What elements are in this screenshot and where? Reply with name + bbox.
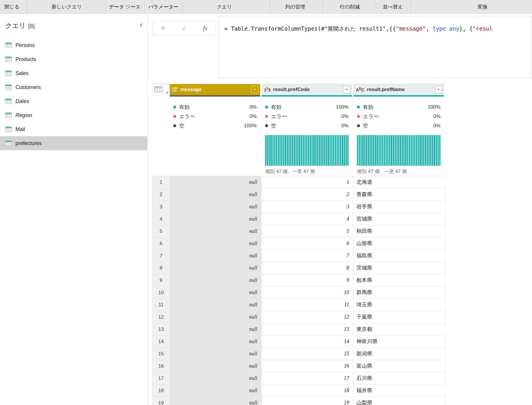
sidebar-item-dates[interactable]: Dates — [0, 94, 147, 108]
filter-button[interactable]: ▼ — [251, 86, 258, 93]
cell-prefcode[interactable]: 8 — [262, 262, 354, 274]
cell-message[interactable]: null — [170, 311, 262, 323]
row-number[interactable]: 2 — [152, 188, 170, 201]
cell-prefname[interactable]: 秋田県 — [354, 225, 445, 238]
cell-prefcode[interactable]: 9 — [262, 274, 354, 287]
ribbon-tab-query[interactable]: クエリ — [217, 0, 232, 14]
cell-message[interactable]: null — [170, 250, 262, 262]
row-number[interactable]: 8 — [152, 262, 170, 274]
cell-message[interactable]: null — [170, 397, 262, 405]
cell-prefcode[interactable]: 15 — [262, 348, 354, 360]
row-number[interactable]: 11 — [152, 299, 170, 311]
cell-message[interactable]: null — [170, 323, 262, 336]
cell-message[interactable]: null — [170, 336, 262, 348]
cell-message[interactable]: null — [170, 274, 262, 287]
ribbon-tab-reduce-rows[interactable]: 行の削減 — [340, 0, 360, 14]
cell-prefcode[interactable]: 2 — [262, 188, 354, 201]
sidebar-item-mail[interactable]: Mail — [0, 122, 147, 136]
collapse-pane-icon[interactable]: ‹ — [140, 20, 143, 29]
commit-icon[interactable]: ✓ — [174, 25, 195, 32]
cell-prefcode[interactable]: 4 — [262, 213, 354, 225]
cell-message[interactable]: null — [170, 385, 262, 397]
cell-prefname[interactable]: 岩手県 — [354, 201, 445, 213]
cell-prefname[interactable]: 神奈川県 — [354, 336, 445, 348]
column-type-text-icon[interactable]: ABC — [356, 87, 364, 92]
cell-prefname[interactable]: 山形県 — [354, 238, 445, 250]
row-number[interactable]: 4 — [152, 213, 170, 225]
sidebar-item-region[interactable]: Region — [0, 108, 147, 122]
ribbon-tab-manage-columns[interactable]: 列の管理 — [285, 0, 305, 14]
cell-message[interactable]: null — [170, 287, 262, 299]
cell-prefcode[interactable]: 13 — [262, 323, 354, 336]
cell-message[interactable]: null — [170, 201, 262, 213]
cell-prefname[interactable]: 石川県 — [354, 372, 445, 385]
filter-button[interactable]: ▼ — [343, 86, 350, 93]
cell-message[interactable]: null — [170, 213, 262, 225]
cell-prefname[interactable]: 富山県 — [354, 360, 445, 372]
ribbon-tab-data-source[interactable]: データ ソース — [109, 0, 141, 14]
select-all-button[interactable]: ▾ — [152, 84, 169, 95]
cell-prefcode[interactable]: 7 — [262, 250, 354, 262]
ribbon-tab-parameters[interactable]: パラメーター — [148, 0, 178, 14]
row-number[interactable]: 5 — [152, 225, 170, 238]
sidebar-item-persons[interactable]: Persons — [0, 38, 147, 52]
ribbon-tab-transform[interactable]: 変換 — [477, 0, 487, 14]
row-number[interactable]: 7 — [152, 250, 170, 262]
cell-prefname[interactable]: 山梨県 — [354, 397, 445, 405]
row-number[interactable]: 15 — [152, 348, 170, 360]
column-type-any-icon[interactable]: ABC 123 — [172, 87, 178, 92]
row-number[interactable]: 19 — [152, 397, 170, 405]
column-header-prefname[interactable]: ABC result.prefName ▼ — [354, 84, 444, 95]
cell-prefname[interactable]: 埼玉県 — [354, 299, 445, 311]
cell-prefcode[interactable]: 10 — [262, 287, 354, 299]
sidebar-item-customers[interactable]: Customers — [0, 80, 147, 94]
cell-message[interactable]: null — [170, 348, 262, 360]
cell-prefcode[interactable]: 3 — [262, 201, 354, 213]
row-number[interactable]: 18 — [152, 385, 170, 397]
cell-prefname[interactable]: 千葉県 — [354, 311, 445, 323]
row-number[interactable]: 3 — [152, 201, 170, 213]
row-number[interactable]: 9 — [152, 274, 170, 287]
sidebar-item-prefectures[interactable]: prefectures — [0, 136, 147, 150]
formula-input[interactable]: = Table.TransformColumnTypes(#"展開された res… — [219, 16, 532, 78]
row-number[interactable]: 14 — [152, 336, 170, 348]
cell-prefname[interactable]: 群馬県 — [354, 287, 445, 299]
cell-message[interactable]: null — [170, 262, 262, 274]
cell-message[interactable]: null — [170, 299, 262, 311]
cell-message[interactable]: null — [170, 176, 262, 188]
cell-prefcode[interactable]: 17 — [262, 372, 354, 385]
cell-message[interactable]: null — [170, 188, 262, 201]
cell-prefcode[interactable]: 6 — [262, 238, 354, 250]
cell-prefcode[interactable]: 16 — [262, 360, 354, 372]
cell-prefcode[interactable]: 1 — [262, 176, 354, 188]
ribbon-tab-sort[interactable]: 並べ替え — [383, 0, 403, 14]
row-number[interactable]: 16 — [152, 360, 170, 372]
cell-prefcode[interactable]: 14 — [262, 336, 354, 348]
cell-prefname[interactable]: 東京都 — [354, 323, 445, 336]
cell-prefcode[interactable]: 18 — [262, 385, 354, 397]
cell-prefname[interactable]: 北海道 — [354, 176, 445, 188]
row-number[interactable]: 6 — [152, 238, 170, 250]
row-number[interactable]: 10 — [152, 287, 170, 299]
cell-message[interactable]: null — [170, 225, 262, 238]
cell-message[interactable]: null — [170, 372, 262, 385]
cell-prefcode[interactable]: 12 — [262, 311, 354, 323]
row-number[interactable]: 1 — [152, 176, 170, 188]
filter-button[interactable]: ▼ — [435, 86, 442, 93]
row-number[interactable]: 17 — [152, 372, 170, 385]
cell-prefcode[interactable]: 19 — [262, 397, 354, 405]
cell-prefname[interactable]: 福井県 — [354, 385, 445, 397]
cell-prefcode[interactable]: 5 — [262, 225, 354, 238]
cell-prefname[interactable]: 福島県 — [354, 250, 445, 262]
cell-prefcode[interactable]: 11 — [262, 299, 354, 311]
row-number[interactable]: 13 — [152, 323, 170, 336]
cell-prefname[interactable]: 新潟県 — [354, 348, 445, 360]
ribbon-tab-new-query[interactable]: 新しいクエリ — [52, 0, 82, 14]
column-type-number-icon[interactable]: 123 — [264, 87, 270, 92]
column-header-message[interactable]: ABC 123 message ▼ — [170, 84, 260, 95]
cancel-icon[interactable]: ✕ — [153, 25, 174, 32]
column-header-prefcode[interactable]: 123 result.prefCode ▼ — [262, 84, 352, 95]
cell-prefname[interactable]: 宮城県 — [354, 213, 445, 225]
row-number[interactable]: 12 — [152, 311, 170, 323]
sidebar-item-products[interactable]: Products — [0, 52, 147, 66]
